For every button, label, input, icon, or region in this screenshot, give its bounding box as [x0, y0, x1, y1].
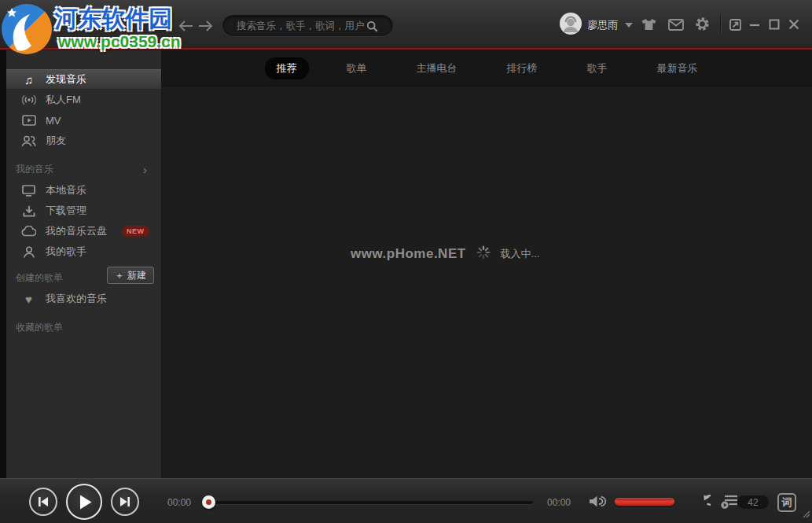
tab-latest-music[interactable]: 最新音乐 [645, 57, 710, 79]
user-account[interactable]: 廖思雨 [560, 13, 633, 38]
titlebar-separator [720, 15, 721, 34]
avatar[interactable] [560, 13, 582, 38]
current-time: 00:00 [167, 497, 191, 508]
new-badge: NEW [122, 226, 149, 237]
skin-theme-icon[interactable] [641, 18, 656, 34]
section-collected-playlists: 收藏的歌单 [6, 319, 161, 335]
loop-mode-icon[interactable] [689, 495, 711, 510]
netease-music-window: 廖思雨 ♫ 发现音乐 [0, 0, 812, 523]
sidebar-item-liked-music[interactable]: ♥ 我喜欢的音乐 [6, 289, 161, 309]
play-button[interactable] [66, 484, 102, 520]
player-bar: 00:00 00:00 42 词 [0, 478, 812, 523]
download-icon [21, 205, 36, 217]
category-tab-bar: 推荐 歌单 主播电台 排行榜 歌手 最新音乐 [162, 50, 812, 87]
tab-dj-radio[interactable]: 主播电台 [405, 57, 469, 79]
minimize-icon[interactable] [749, 19, 760, 33]
title-bar: 廖思雨 [0, 0, 812, 47]
previous-track-button[interactable] [29, 488, 57, 516]
tab-playlists[interactable]: 歌单 [335, 57, 379, 79]
sidebar-item-friends[interactable]: 朋友 [6, 131, 161, 151]
username[interactable]: 廖思雨 [587, 18, 618, 32]
heart-icon: ♥ [21, 293, 36, 306]
section-my-music: 我的音乐 › [6, 161, 161, 177]
sidebar-item-local-music[interactable]: 本地音乐 [6, 180, 161, 201]
plus-icon: ＋ [115, 269, 124, 282]
close-icon[interactable] [788, 19, 799, 33]
friends-icon [21, 135, 36, 147]
settings-gear-icon[interactable] [695, 17, 710, 35]
chevron-right-icon[interactable]: › [143, 163, 147, 176]
progress-knob[interactable] [202, 495, 215, 509]
sidebar-item-my-artists[interactable]: 我的歌手 [6, 241, 161, 262]
person-icon [21, 246, 36, 258]
content-watermark: www.pHome.NET [351, 246, 466, 262]
monitor-icon [21, 185, 36, 197]
spinner-icon [476, 245, 491, 263]
tab-charts[interactable]: 排行榜 [495, 57, 549, 79]
sidebar-item-mv[interactable]: MV [6, 110, 161, 131]
sidebar-item-discover-music[interactable]: ♫ 发现音乐 [6, 69, 161, 90]
tab-recommend[interactable]: 推荐 [265, 57, 309, 79]
search-icon[interactable] [366, 20, 378, 35]
volume-bar[interactable] [615, 498, 674, 506]
maximize-icon[interactable] [769, 19, 780, 33]
music-note-icon: ♫ [21, 74, 36, 86]
loading-indicator: www.pHome.NET 载入中... [351, 245, 539, 263]
caret-down-icon[interactable] [625, 23, 633, 28]
back-arrow-icon[interactable] [178, 20, 193, 32]
mv-screen-icon [21, 115, 36, 126]
sidebar: ♫ 发现音乐 私人FM MV 朋友 我的音乐 › [6, 50, 162, 478]
next-track-button[interactable] [111, 488, 139, 516]
cloud-icon [21, 226, 36, 237]
main-content: 推荐 歌单 主播电台 排行榜 歌手 最新音乐 www.pHome.NET 载入中… [162, 50, 812, 478]
progress-track[interactable] [208, 501, 533, 504]
new-playlist-button[interactable]: ＋ 新建 [107, 267, 154, 284]
sidebar-item-personal-fm[interactable]: 私人FM [6, 90, 161, 110]
playlist-count-badge[interactable]: 42 [737, 495, 769, 509]
left-edge-strip [0, 50, 6, 478]
lyrics-button[interactable]: 词 [777, 493, 796, 512]
fm-radio-icon [21, 94, 36, 105]
mini-mode-icon[interactable] [729, 19, 741, 34]
resize-grip[interactable] [802, 507, 810, 521]
playlist-icon[interactable] [721, 494, 739, 513]
mail-icon[interactable] [668, 19, 684, 34]
sidebar-item-download-manager[interactable]: 下载管理 [6, 201, 161, 221]
total-time: 00:00 [547, 497, 571, 508]
volume-speaker-icon[interactable] [589, 495, 607, 511]
section-created-playlists: 创建的歌单 ＋ 新建 [6, 268, 161, 287]
sidebar-item-music-cloud-disk[interactable]: 我的音乐云盘 NEW [6, 221, 161, 241]
tab-artists[interactable]: 歌手 [575, 57, 619, 79]
loading-text: 载入中... [501, 247, 540, 261]
forward-arrow-icon[interactable] [198, 20, 214, 32]
